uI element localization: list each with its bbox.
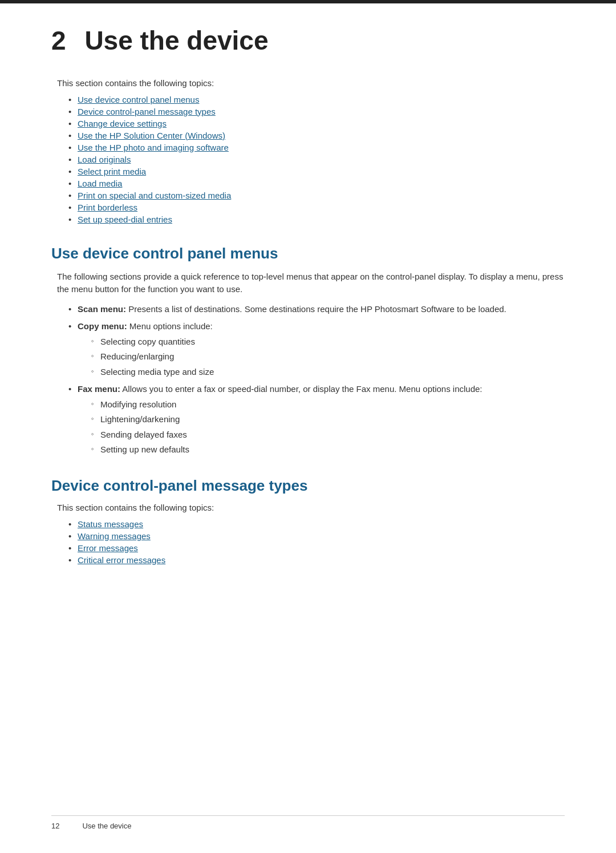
chapter-title: 2 Use the device	[51, 26, 565, 61]
intro-text: This section contains the following topi…	[57, 78, 565, 88]
list-item: Print on special and custom-sized media	[68, 191, 565, 200]
copy-sub-list: Selecting copy quantities Reducing/enlar…	[91, 335, 565, 379]
list-item: Setting up new defaults	[91, 443, 565, 456]
toc-link-1[interactable]: Use device control panel menus	[78, 95, 199, 104]
fax-menu-bold: Fax menu:	[78, 384, 120, 394]
list-item: Modifying resolution	[91, 398, 565, 411]
section1-bullet-list: Scan menu: Presents a list of destinatio…	[68, 303, 565, 456]
copy-menu-bold: Copy menu:	[78, 321, 127, 331]
list-item: Use device control panel menus	[68, 95, 565, 104]
chapter-number: 2	[51, 26, 66, 55]
fax-sub-list: Modifying resolution Lightening/darkenin…	[91, 398, 565, 456]
list-item: Select print media	[68, 167, 565, 176]
list-item: Critical error messages	[68, 555, 565, 565]
list-item: Error messages	[68, 543, 565, 553]
section2-link-3[interactable]: Error messages	[78, 543, 138, 553]
list-item: Use the HP photo and imaging software	[68, 143, 565, 152]
toc-link-2[interactable]: Device control-panel message types	[78, 107, 216, 116]
toc-link-4[interactable]: Use the HP Solution Center (Windows)	[78, 131, 225, 140]
list-item: Status messages	[68, 519, 565, 529]
list-item: Print borderless	[68, 203, 565, 212]
scan-menu-bold: Scan menu:	[78, 304, 126, 314]
section1-heading: Use device control panel menus	[51, 245, 565, 262]
list-item: Change device settings	[68, 119, 565, 128]
section2-heading: Device control-panel message types	[51, 477, 565, 495]
section2-link-list: Status messages Warning messages Error m…	[68, 519, 565, 565]
list-item: Sending delayed faxes	[91, 428, 565, 442]
toc-link-9[interactable]: Print on special and custom-sized media	[78, 191, 231, 200]
section2-link-4[interactable]: Critical error messages	[78, 555, 165, 565]
footer-chapter-label: Use the device	[82, 822, 131, 830]
list-item: Scan menu: Presents a list of destinatio…	[68, 303, 565, 316]
fax-menu-text: Allows you to enter a fax or speed-dial …	[120, 384, 483, 394]
list-item: Copy menu: Menu options include: Selecti…	[68, 320, 565, 378]
list-item: Selecting media type and size	[91, 366, 565, 379]
toc-link-5[interactable]: Use the HP photo and imaging software	[78, 143, 229, 152]
scan-menu-text: Presents a list of destinations. Some de…	[126, 304, 506, 314]
list-item: Fax menu: Allows you to enter a fax or s…	[68, 383, 565, 456]
list-item: Selecting copy quantities	[91, 335, 565, 349]
toc-link-11[interactable]: Set up speed-dial entries	[78, 215, 172, 224]
section2-intro: This section contains the following topi…	[57, 503, 565, 512]
page: 2 Use the device This section contains t…	[0, 0, 616, 853]
toc-link-8[interactable]: Load media	[78, 179, 122, 188]
list-item: Load media	[68, 179, 565, 188]
footer-page-number: 12	[51, 822, 59, 830]
list-item: Warning messages	[68, 531, 565, 541]
toc-link-3[interactable]: Change device settings	[78, 119, 167, 128]
list-item: Device control-panel message types	[68, 107, 565, 116]
section2-link-1[interactable]: Status messages	[78, 519, 143, 529]
section2-link-2[interactable]: Warning messages	[78, 531, 151, 541]
list-item: Set up speed-dial entries	[68, 215, 565, 224]
section1-intro: The following sections provide a quick r…	[57, 270, 565, 296]
toc-list: Use device control panel menus Device co…	[68, 95, 565, 224]
toc-link-10[interactable]: Print borderless	[78, 203, 137, 212]
copy-menu-text: Menu options include:	[127, 321, 213, 331]
toc-link-7[interactable]: Select print media	[78, 167, 146, 176]
footer: 12 Use the device	[51, 815, 565, 830]
toc-link-6[interactable]: Load originals	[78, 155, 131, 164]
list-item: Lightening/darkening	[91, 413, 565, 426]
list-item: Load originals	[68, 155, 565, 164]
content-area: 2 Use the device This section contains t…	[0, 3, 616, 616]
chapter-title-text: Use the device	[84, 26, 268, 55]
list-item: Use the HP Solution Center (Windows)	[68, 131, 565, 140]
list-item: Reducing/enlarging	[91, 350, 565, 363]
